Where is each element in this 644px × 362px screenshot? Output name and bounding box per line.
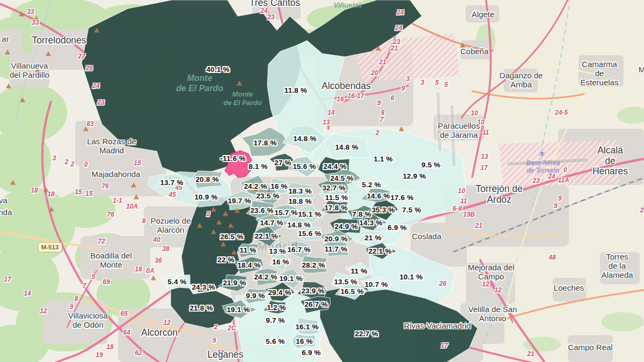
road-number-label: 24 bbox=[548, 173, 555, 180]
forest-icon bbox=[49, 207, 54, 212]
city-label: Campo Real bbox=[568, 343, 612, 352]
road-number-label: 27 bbox=[78, 53, 85, 60]
percent-label: 7.5 % bbox=[402, 206, 421, 214]
road-number-label: 72 bbox=[98, 238, 105, 245]
percent-label: 24.9 % bbox=[334, 223, 357, 231]
percent-label: 20.9 % bbox=[324, 235, 347, 243]
percent-label: 14.8 % bbox=[287, 221, 310, 229]
city-label: Camarma de Esteruelas bbox=[577, 60, 622, 87]
road-number-label: 21 bbox=[391, 45, 398, 52]
percent-label: 19.7 % bbox=[228, 197, 251, 205]
percent-label: 5.6 % bbox=[266, 337, 285, 345]
percent-label: 24.2 % bbox=[254, 273, 277, 281]
percent-label: 21.8 % bbox=[189, 304, 213, 312]
percent-label: 15.6 % bbox=[292, 162, 316, 171]
percent-label: 18.8 % bbox=[288, 197, 311, 205]
city-label: nda bbox=[0, 208, 12, 217]
percent-label: 19.1 % bbox=[279, 275, 302, 283]
city-label: Torres de la Alameda bbox=[601, 253, 633, 279]
forest-icon bbox=[211, 230, 216, 234]
road-number-label: 11 bbox=[460, 197, 467, 205]
percent-label: 21 % bbox=[364, 234, 382, 242]
percent-label: 19.1 % bbox=[226, 306, 250, 314]
road-number-label: 18 bbox=[31, 187, 38, 194]
percent-label: 16.5 % bbox=[340, 287, 363, 295]
percent-label: 16 % bbox=[296, 337, 313, 345]
city-watermark-label: Madrid bbox=[258, 240, 298, 253]
road-number-label: 16 bbox=[336, 95, 343, 103]
city-label: Coslada bbox=[412, 232, 441, 241]
percent-label: 22 % bbox=[217, 256, 235, 264]
forest-icon bbox=[20, 98, 25, 102]
city-label: Pozuelo de Alarcón bbox=[150, 217, 191, 235]
road-number-label: 7 bbox=[83, 282, 86, 290]
forest-icon bbox=[134, 195, 139, 200]
road-number-label: 2 bbox=[65, 158, 69, 166]
road-number-label: 11A bbox=[558, 176, 569, 184]
forest-icon bbox=[376, 46, 381, 51]
percent-label: 18.4 % bbox=[237, 261, 260, 269]
percent-label: 21.9 % bbox=[223, 279, 246, 287]
percent-label: 6.9 % bbox=[387, 224, 407, 232]
percent-label: 8.1 % bbox=[248, 162, 268, 171]
city-label: Leganés bbox=[207, 350, 243, 360]
forest-icon bbox=[267, 190, 272, 195]
forest-icon bbox=[35, 68, 40, 72]
road-number-label: 21 bbox=[475, 222, 482, 230]
percent-label: 1.1 % bbox=[374, 155, 393, 163]
city-label: Alcalá de Henares bbox=[592, 145, 628, 177]
nature-label: Monte de El Pardo bbox=[223, 90, 262, 107]
forest-icon bbox=[43, 188, 49, 193]
percent-label: 22.1 % bbox=[368, 247, 391, 255]
forest-icon bbox=[399, 127, 404, 131]
road-number-label: 45 bbox=[175, 184, 182, 191]
road-number-label: 10 bbox=[458, 187, 465, 195]
road-number-label: 13 bbox=[481, 153, 488, 160]
map-canvas[interactable]: Monte de El PardoMonte de El PardoViñuel… bbox=[0, 0, 644, 362]
percent-label: 5.4 % bbox=[167, 278, 187, 286]
road-number-label: 9 bbox=[558, 195, 562, 202]
road-number-label: 11 bbox=[482, 129, 489, 136]
percent-label: 10.7 % bbox=[364, 280, 387, 289]
road-number-label: 0 bbox=[84, 161, 88, 168]
road-number-label: 12 bbox=[494, 286, 501, 294]
percent-label: 23.6 % bbox=[250, 206, 273, 215]
city-label: Daganzo de Arriba bbox=[500, 71, 543, 90]
percent-label: 5.2 % bbox=[362, 181, 381, 189]
percent-label: 24.3 % bbox=[192, 283, 215, 291]
city-label: Tres Cantos bbox=[250, 0, 301, 9]
road-number-label: 24 bbox=[92, 82, 99, 90]
forest-icon bbox=[46, 51, 51, 56]
road-number-label: 1-1 bbox=[113, 197, 122, 204]
road-number-label: 9 bbox=[401, 85, 405, 92]
forest-icon bbox=[10, 180, 16, 185]
road-number-label: 10A bbox=[126, 203, 138, 210]
road-number-label: 12 bbox=[482, 280, 489, 288]
road-number-label: 3 bbox=[53, 154, 56, 162]
percent-label: 22.1 % bbox=[254, 232, 277, 240]
road-number-label: 15 bbox=[85, 190, 92, 197]
road-number-label: 21 bbox=[379, 58, 386, 66]
percent-label: 18.3 % bbox=[288, 187, 311, 195]
city-label: Majadahonda bbox=[92, 170, 141, 179]
road-number-label: 12 bbox=[163, 319, 170, 327]
road-number-label: 2C bbox=[228, 324, 236, 332]
city-label: Mejorada del Campo bbox=[468, 263, 515, 282]
road-number-label: 24 bbox=[395, 24, 402, 32]
forest-icon bbox=[221, 242, 226, 247]
city-label: Algete bbox=[472, 10, 495, 19]
airbase-label: Base Aérea de Torrejón bbox=[526, 159, 560, 175]
percent-label: 14.7 % bbox=[260, 219, 283, 227]
road-number-label: 17 bbox=[480, 164, 487, 172]
percent-label: 24.5 % bbox=[330, 174, 353, 182]
road-number-label: 8 bbox=[75, 295, 78, 302]
city-label: va bbox=[0, 196, 8, 205]
road-number-label: 33 bbox=[27, 8, 34, 16]
percent-label: 24.4 % bbox=[323, 162, 346, 171]
road-number-label: 48 bbox=[548, 254, 555, 261]
percent-label: 16.1 % bbox=[295, 323, 318, 331]
percent-label: 35.3 % bbox=[371, 206, 394, 214]
road-number-label: 8 bbox=[142, 217, 146, 225]
city-label: Las Rozas de Madrid bbox=[87, 137, 136, 156]
road-number-label: 18 bbox=[106, 343, 113, 351]
